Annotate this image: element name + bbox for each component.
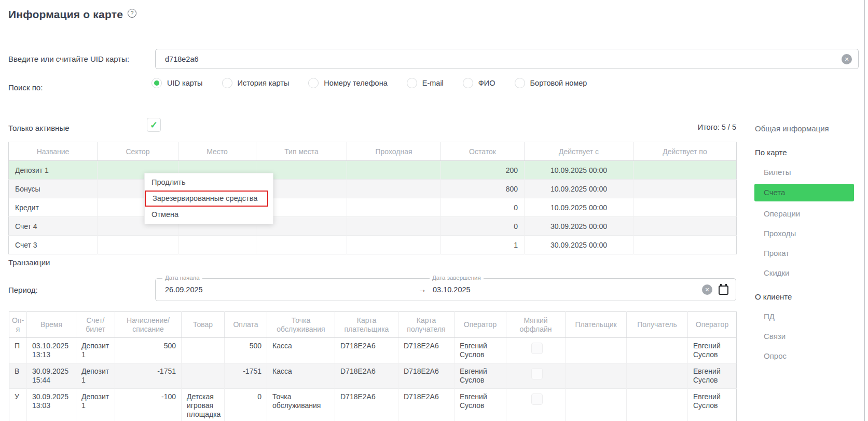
cell-account: Депозит 1 [76,389,115,421]
radio-icon [151,78,162,88]
cell-valid-from: 10.09.2025 00:00 [525,161,633,180]
scrollbar[interactable] [864,0,865,421]
radio-label: ФИО [478,79,495,87]
cell-balance: 200 [441,161,525,180]
sidebar-item-rental[interactable]: Прокат [764,248,861,259]
sidebar-item-discounts[interactable]: Скидки [764,268,861,278]
column-header-valid-to: Действует по [633,142,737,161]
column-header-recipient-card: Карта получателя [398,312,454,338]
cell-recipient-card: D718E2A6 [398,389,454,421]
cell-valid-from: 10.09.2025 00:00 [525,180,633,198]
search-by-radio-group: UID карты История карты Номеру телефона … [151,78,587,88]
menu-item-prolong[interactable]: Продлить [145,174,273,191]
cell-soft-offline [506,389,566,421]
soft-offline-checkbox[interactable] [531,393,543,405]
column-header-product: Товар [182,312,225,338]
menu-item-reserved-funds[interactable]: Зарезервированные средства [145,191,268,207]
sidebar-item-relations[interactable]: Связи [764,331,861,342]
account-row-account3[interactable]: Счет 3 1 30.09.2025 00:00 [9,236,737,254]
card-info-page: Информация о карте ? Введите или считайт… [0,0,868,421]
radio-option-uid[interactable]: UID карты [151,78,203,88]
radio-option-phone[interactable]: Номеру телефона [308,78,387,88]
column-header-valid-from: Действует с [525,142,633,161]
account-row-credit[interactable]: Кредит 0 10.09.2025 00:00 [9,198,737,217]
column-header-place-type: Тип места [256,142,347,161]
column-header-name: Название [9,142,98,161]
soft-offline-checkbox[interactable] [531,343,543,354]
cell-recipient [627,363,688,389]
cell-payment: 0 [225,389,267,421]
sidebar-item-tickets[interactable]: Билеты [764,167,861,178]
column-header-soft-offline: Мягкий оффлайн [506,312,566,338]
cell-recipient-card: D718E2A6 [398,363,454,389]
cell-valid-to [633,180,737,198]
cell-recipient [627,338,688,363]
uid-label: Введите или считайте UID карты: [8,55,129,63]
cell-place [178,236,256,254]
soft-offline-checkbox[interactable] [531,368,543,379]
cell-product [182,338,225,363]
cell-name: Счет 3 [9,236,98,254]
cell-valid-from: 10.09.2025 00:00 [525,198,633,217]
date-start-input[interactable]: 26.09.2025 [165,279,203,301]
sidebar-item-operations[interactable]: Операции [764,209,861,219]
column-header-payer: Плательщик [566,312,627,338]
period-label: Период: [8,286,38,294]
cell-accrual: -1751 [115,363,182,389]
clear-period-icon[interactable]: ✕ [702,284,712,295]
column-header-account-ticket: Счет/ билет [76,312,115,338]
transaction-row[interactable]: В 30.09.2025 15:44 Депозит 1 -1751 -1751… [9,363,737,389]
transactions-header-row: Оп- я Время Счет/ билет Начисление/ спис… [9,312,737,338]
sidebar-item-pd[interactable]: ПД [764,311,861,322]
radio-option-board-number[interactable]: Бортовой номер [515,78,587,88]
page-title: Информация о карте [8,8,123,21]
sidebar-item-accounts[interactable]: Счета [754,184,854,201]
account-row-account4[interactable]: Счет 4 0 30.09.2025 00:00 [9,217,737,236]
radio-option-email[interactable]: E-mail [407,78,444,88]
column-header-payment: Оплата [225,312,267,338]
cell-account: Депозит 1 [76,338,115,363]
cell-gate [347,236,441,254]
search-by-label: Поиск по: [8,83,43,92]
cell-payer-card: D718E2A6 [335,338,398,363]
cell-valid-to [633,236,737,254]
help-icon[interactable]: ? [128,9,136,18]
sidebar-item-passages[interactable]: Проходы [764,228,861,239]
cell-payer [566,363,627,389]
uid-input[interactable] [155,49,859,69]
transaction-row[interactable]: У 30.09.2025 13:03 Депозит 1 -100 Детска… [9,389,737,421]
cell-operator-2: Евгений Суслов [688,338,737,363]
cell-service-point: Касса [267,338,335,363]
date-end-input[interactable]: 03.10.2025 [433,279,471,301]
account-row-deposit1[interactable]: Депозит 1 200 10.09.2025 00:00 [9,161,737,180]
only-active-checkbox[interactable]: ✓ [147,118,161,132]
radio-option-card-history[interactable]: История карты [222,78,290,88]
cell-recipient [627,389,688,421]
clear-uid-icon[interactable]: ✕ [842,54,852,64]
cell-product: Детская игровая площадка [182,389,225,421]
radio-icon [308,78,319,88]
cell-gate [347,161,441,180]
sidebar-section-by-card[interactable]: По карте [755,147,861,158]
sidebar-item-survey[interactable]: Опрос [764,351,861,361]
sidebar-section-about-client[interactable]: О клиенте [755,292,861,302]
uid-input-wrap: ✕ [155,49,859,69]
account-row-bonuses[interactable]: Бонусы 800 10.09.2025 00:00 [9,180,737,198]
cell-product [182,363,225,389]
radio-label: Номеру телефона [324,79,387,87]
cell-gate [347,217,441,236]
sidebar-link-general-info[interactable]: Общая информация [755,124,861,134]
cell-valid-from: 30.09.2025 00:00 [525,236,633,254]
cell-time: 30.09.2025 15:44 [27,363,76,389]
transaction-row[interactable]: П 03.10.2025 13:13 Депозит 1 500 500 Кас… [9,338,737,363]
cell-payer-card: D718E2A6 [335,389,398,421]
column-header-place: Место [178,142,256,161]
radio-option-fio[interactable]: ФИО [463,78,495,88]
calendar-icon[interactable] [719,286,728,295]
accounts-header-row: Название Сектор Место Тип места Проходна… [9,142,737,161]
cell-account: Депозит 1 [76,363,115,389]
radio-label: История карты [238,79,290,87]
radio-label: E-mail [422,79,444,87]
cell-accrual: -100 [115,389,182,421]
menu-item-cancel[interactable]: Отмена [145,207,273,223]
